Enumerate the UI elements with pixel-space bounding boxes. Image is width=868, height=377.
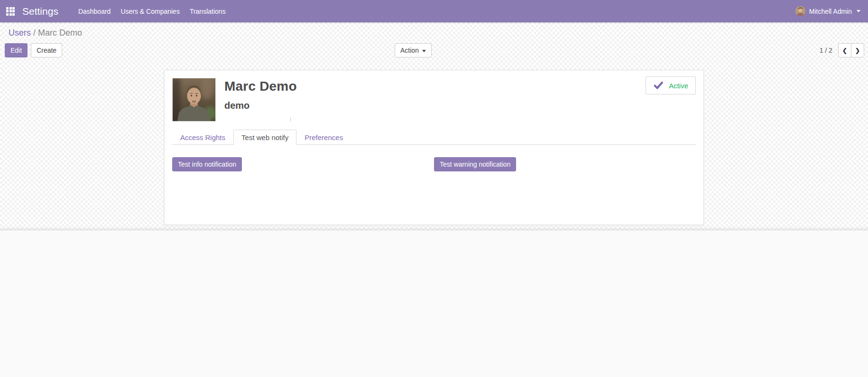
tab-preferences[interactable]: Preferences — [296, 130, 351, 145]
notebook-tabs: Access Rights Test web notify Preference… — [172, 130, 696, 145]
action-label: Action — [400, 47, 419, 54]
tab-panel-test-web-notify: Test info notification Test warning noti… — [172, 145, 696, 216]
menu-translations[interactable]: Translations — [190, 8, 226, 15]
active-status-toggle[interactable]: Active — [646, 76, 696, 94]
pager-value: 1 / 2 — [820, 47, 832, 54]
grid-icon — [6, 7, 15, 16]
record-login: demo — [224, 100, 297, 111]
control-panel: Edit Create Action 1 / 2 ❮ ❯ — [0, 43, 868, 57]
breadcrumb: Users / Marc Demo — [0, 25, 868, 41]
test-warning-notification-button[interactable]: Test warning notification — [434, 157, 516, 171]
breadcrumb-separator: / — [33, 28, 36, 38]
edit-button[interactable]: Edit — [5, 43, 28, 57]
app-title[interactable]: Settings — [22, 6, 58, 17]
pager: ❮ ❯ — [838, 43, 864, 57]
create-button[interactable]: Create — [31, 43, 62, 57]
chevron-right-icon: ❯ — [855, 47, 860, 54]
tab-test-web-notify[interactable]: Test web notify — [233, 130, 296, 145]
page-footer-background — [0, 230, 868, 377]
record-title: Marc Demo — [224, 79, 297, 94]
left-column: Test info notification — [172, 157, 434, 216]
user-menu-avatar — [795, 6, 805, 16]
menu-users-companies[interactable]: Users & Companies — [120, 8, 180, 15]
test-info-notification-button[interactable]: Test info notification — [172, 157, 242, 171]
top-navbar: Settings Dashboard Users & Companies Tra… — [0, 0, 868, 22]
breadcrumb-users-link[interactable]: Users — [9, 28, 31, 38]
empty-field-tick — [290, 117, 291, 122]
apps-menu-icon[interactable] — [4, 5, 17, 18]
menu-dashboard[interactable]: Dashboard — [78, 8, 111, 15]
form-view-background: Users / Marc Demo Edit Create Action 1 /… — [0, 22, 868, 230]
breadcrumb-current: Marc Demo — [38, 28, 82, 38]
user-menu[interactable]: Mitchell Admin — [795, 6, 860, 16]
chevron-down-icon — [422, 50, 426, 52]
check-icon — [653, 80, 664, 92]
tab-access-rights[interactable]: Access Rights — [172, 130, 233, 145]
status-label: Active — [669, 82, 688, 90]
record-titles: Marc Demo demo — [224, 78, 297, 122]
main-menu-bar: Dashboard Users & Companies Translations — [78, 8, 226, 15]
chevron-left-icon: ❮ — [842, 47, 848, 54]
user-name: Mitchell Admin — [809, 8, 852, 15]
user-form-card: Marc Demo demo Active Access Rights Test… — [164, 70, 704, 225]
pager-previous-button[interactable]: ❮ — [838, 43, 851, 57]
profile-photo — [172, 78, 216, 122]
pager-next-button[interactable]: ❯ — [851, 43, 864, 57]
record-header: Marc Demo demo Active — [172, 78, 696, 122]
action-dropdown[interactable]: Action — [395, 43, 432, 57]
chevron-down-icon — [857, 10, 860, 12]
right-column: Test warning notification — [434, 157, 696, 216]
